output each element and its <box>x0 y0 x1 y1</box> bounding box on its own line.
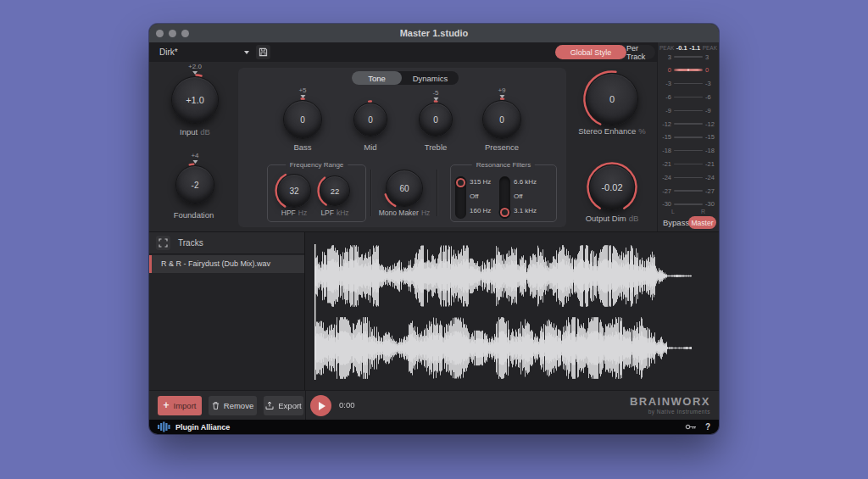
style-toggle: Global Style Per Track <box>555 45 655 59</box>
knob-value: 0 <box>419 103 453 136</box>
save-button[interactable] <box>256 45 270 59</box>
tab-dynamics[interactable]: Dynamics <box>402 71 459 85</box>
window-title: Master 1.studio <box>149 24 719 42</box>
preset-selector[interactable]: Dirk* <box>159 42 249 62</box>
knob-value: 0 <box>283 100 322 139</box>
hpf-knob[interactable]: 32 <box>277 174 311 208</box>
tab-tone[interactable]: Tone <box>352 71 402 85</box>
lpf-knob[interactable]: 22 <box>320 175 350 206</box>
bypass-toggle[interactable]: Bypass <box>663 218 689 227</box>
resonance-option[interactable]: 3.1 kHz <box>514 203 537 218</box>
meter-scale-row: -30-30 <box>659 201 718 208</box>
resonance-right-options: 6.6 kHzOff3.1 kHz <box>514 175 537 218</box>
resonance-option[interactable]: 315 Hz <box>470 175 491 189</box>
plus-icon: + <box>164 400 170 410</box>
resonance-slider-left-thumb[interactable] <box>456 178 465 187</box>
tone-dynamics-tabs: Tone Dynamics <box>352 71 459 85</box>
mid-knob[interactable]: 0 <box>353 103 387 136</box>
meter-scale-row: -6-6 <box>659 93 718 100</box>
knob-marker: +5 <box>298 87 306 98</box>
meter-scale-row: -3-3 <box>659 81 718 87</box>
license-key-icon[interactable] <box>685 422 697 432</box>
meter-scale: 3300-3-3-6-6-9-9-12-12-15-15-18-18-21-21… <box>659 53 718 208</box>
plugin-alliance-label: Plugin Alliance <box>175 423 230 432</box>
app-window: Master 1.studio Dirk* Global Style Per T… <box>149 24 719 434</box>
resonance-option[interactable]: 6.6 kHz <box>514 175 537 189</box>
tracks-title: Tracks <box>178 238 203 248</box>
knob-marker: -5 <box>432 90 438 101</box>
presence-knob[interactable]: 0+9 <box>482 100 521 139</box>
foundation-knob-label: Foundation <box>153 210 237 220</box>
resonance-slider-right[interactable] <box>499 176 510 219</box>
meter-scale-row: 33 <box>659 53 718 60</box>
meter-scale-row: -15-15 <box>659 134 718 141</box>
knob-marker: +4 <box>191 153 198 164</box>
divider <box>437 170 437 216</box>
resonance-filters-title: Resonance Filters <box>472 161 535 169</box>
global-style-button[interactable]: Global Style <box>555 45 626 59</box>
output-dim-knob-label: Output DimdB <box>570 214 654 223</box>
tracks-panel: Tracks R & R - Fairydust (Dub Mix).wav <box>149 232 305 391</box>
meter-scale-row: -21-21 <box>659 161 718 168</box>
mono-maker-knob-label: Mono MakerHz <box>362 209 447 217</box>
floppy-disk-icon <box>259 47 268 57</box>
bass-knob[interactable]: 0+5 <box>283 100 322 139</box>
preset-toolbar: Dirk* Global Style Per Track <box>149 42 657 62</box>
knob-value: +1.0 <box>171 76 219 124</box>
stereo-enhance-knob[interactable]: 0 <box>586 73 638 125</box>
per-track-button[interactable]: Per Track <box>626 45 655 59</box>
expand-tracks-button[interactable] <box>156 236 170 250</box>
tone-dynamics-panel: Tone Dynamics 0+5 0 0-5 0+9 Bass Mid Tre… <box>238 68 566 227</box>
channel-label-right: R <box>701 209 705 214</box>
meter-scale-row: -18-18 <box>659 148 718 154</box>
resonance-slider-right-thumb[interactable] <box>500 208 509 217</box>
waveform-panel[interactable] <box>305 232 719 391</box>
import-button[interactable]: + Import <box>158 396 202 415</box>
resonance-option[interactable]: Off <box>470 189 491 203</box>
master-button[interactable]: Master <box>688 216 716 229</box>
play-button[interactable] <box>310 395 331 416</box>
plugin-alliance-bar: Plugin Alliance ? <box>149 420 719 434</box>
export-button[interactable]: Export <box>264 396 303 415</box>
presence-knob-label: Presence <box>459 142 544 152</box>
brainworx-branding: BRAINWORX by Native Instruments <box>630 395 710 415</box>
brainworx-logo: BRAINWORX <box>630 395 710 408</box>
meter-scale-row: -24-24 <box>659 174 718 181</box>
stereo-enhance-knob-label: Stereo Enhance% <box>570 126 654 136</box>
treble-knob[interactable]: 0-5 <box>419 103 453 136</box>
knob-marker: +9 <box>498 87 505 98</box>
knob-value: -2 <box>175 165 214 204</box>
resonance-left-options: 315 HzOff160 Hz <box>470 175 491 218</box>
input-knob[interactable]: +1.0+2.0 <box>171 76 219 124</box>
corner-brackets-icon <box>159 238 168 248</box>
channel-label-left: L <box>671 209 675 214</box>
knob-value: 0 <box>353 103 387 136</box>
remove-button[interactable]: Remove <box>209 396 257 415</box>
mono-maker-knob[interactable]: 60 <box>386 170 423 207</box>
brainworx-byline: by Native Instruments <box>630 409 710 415</box>
export-icon <box>265 401 274 410</box>
meter-channel-labels: L R <box>671 209 705 214</box>
frequency-range-title: Frequency Range <box>286 161 348 169</box>
playback-time: 0:00 <box>339 400 355 409</box>
track-list-item[interactable]: R & R - Fairydust (Dub Mix).wav <box>149 255 304 273</box>
help-button[interactable]: ? <box>705 422 710 432</box>
peak-label-right: PEAK <box>703 45 717 51</box>
input-knob-label: InputdB <box>153 127 237 136</box>
output-dim-knob[interactable]: -0.02 <box>589 164 635 210</box>
transport-bar: + Import Remove Export 0:00 BRAI <box>149 390 719 420</box>
desktop-background: Master 1.studio Dirk* Global Style Per T… <box>0 0 868 479</box>
preset-name: Dirk* <box>159 47 244 57</box>
resonance-slider-left[interactable] <box>455 176 466 219</box>
chevron-down-icon <box>244 51 249 54</box>
knob-value: -0.02 <box>589 164 635 210</box>
knob-value: 60 <box>386 170 423 207</box>
waveform-display[interactable] <box>305 232 719 391</box>
resonance-option[interactable]: 160 Hz <box>470 203 491 218</box>
meter-scale-row: 00 <box>659 67 718 74</box>
resonance-option[interactable]: Off <box>514 189 537 203</box>
output-meter: PEAK -0.1 -1.1 PEAK 3300-3-3-6-6-9-9-12-… <box>657 42 719 231</box>
meter-scale-row: -9-9 <box>659 107 718 114</box>
track-list: R & R - Fairydust (Dub Mix).wav <box>149 255 304 273</box>
foundation-knob[interactable]: -2+4 <box>175 165 214 204</box>
